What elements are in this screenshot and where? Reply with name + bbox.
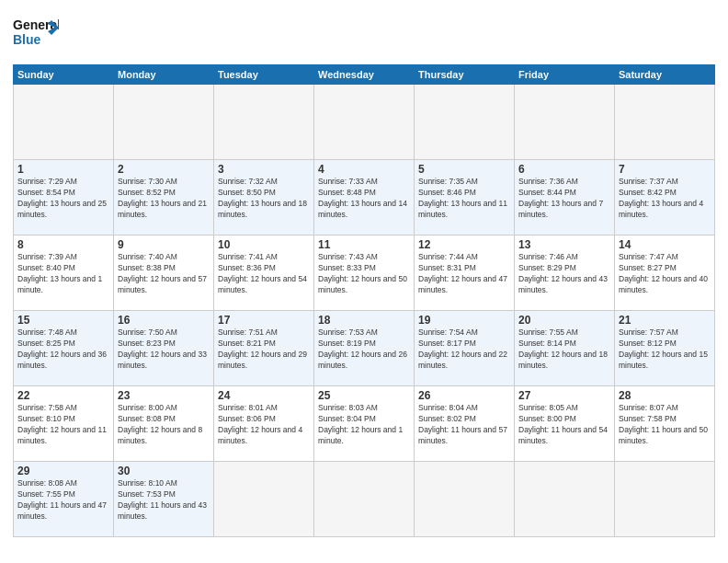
calendar-cell bbox=[214, 85, 314, 160]
day-number: 15 bbox=[17, 314, 109, 327]
day-number: 24 bbox=[218, 389, 310, 402]
day-number: 13 bbox=[518, 238, 610, 251]
calendar-cell: 23Sunrise: 8:00 AM Sunset: 8:08 PM Dayli… bbox=[114, 386, 214, 462]
col-header-monday: Monday bbox=[114, 65, 214, 85]
calendar-cell: 20Sunrise: 7:55 AM Sunset: 8:14 PM Dayli… bbox=[515, 311, 615, 386]
day-info: Sunrise: 7:47 AM Sunset: 8:27 PM Dayligh… bbox=[619, 252, 711, 296]
day-info: Sunrise: 7:48 AM Sunset: 8:25 PM Dayligh… bbox=[17, 327, 109, 372]
calendar-cell: 26Sunrise: 8:04 AM Sunset: 8:02 PM Dayli… bbox=[415, 386, 515, 462]
calendar-cell: 29Sunrise: 8:08 AM Sunset: 7:55 PM Dayli… bbox=[14, 462, 114, 537]
day-info: Sunrise: 8:08 AM Sunset: 7:55 PM Dayligh… bbox=[17, 478, 109, 523]
day-info: Sunrise: 7:40 AM Sunset: 8:38 PM Dayligh… bbox=[118, 252, 210, 296]
calendar-cell: 18Sunrise: 7:53 AM Sunset: 8:19 PM Dayli… bbox=[314, 311, 415, 386]
day-info: Sunrise: 7:53 AM Sunset: 8:19 PM Dayligh… bbox=[318, 327, 410, 372]
calendar-cell: 21Sunrise: 7:57 AM Sunset: 8:12 PM Dayli… bbox=[615, 311, 715, 386]
day-number: 12 bbox=[418, 238, 510, 251]
calendar-cell: 7Sunrise: 7:37 AM Sunset: 8:42 PM Daylig… bbox=[615, 160, 715, 236]
logo: General Blue bbox=[13, 13, 59, 57]
col-header-thursday: Thursday bbox=[415, 65, 515, 85]
col-header-saturday: Saturday bbox=[615, 65, 715, 85]
day-info: Sunrise: 7:54 AM Sunset: 8:17 PM Dayligh… bbox=[418, 327, 510, 372]
day-number: 5 bbox=[418, 163, 510, 176]
calendar-cell: 14Sunrise: 7:47 AM Sunset: 8:27 PM Dayli… bbox=[615, 236, 715, 311]
calendar-cell bbox=[415, 462, 515, 537]
col-header-sunday: Sunday bbox=[14, 65, 114, 85]
calendar-cell: 11Sunrise: 7:43 AM Sunset: 8:33 PM Dayli… bbox=[314, 236, 415, 311]
calendar-cell: 9Sunrise: 7:40 AM Sunset: 8:38 PM Daylig… bbox=[114, 236, 214, 311]
col-header-tuesday: Tuesday bbox=[214, 65, 314, 85]
calendar-cell: 22Sunrise: 7:58 AM Sunset: 8:10 PM Dayli… bbox=[14, 386, 114, 462]
day-info: Sunrise: 8:10 AM Sunset: 7:53 PM Dayligh… bbox=[118, 478, 210, 523]
calendar-cell: 17Sunrise: 7:51 AM Sunset: 8:21 PM Dayli… bbox=[214, 311, 314, 386]
day-number: 27 bbox=[518, 389, 610, 402]
col-header-wednesday: Wednesday bbox=[314, 65, 415, 85]
calendar-cell: 4Sunrise: 7:33 AM Sunset: 8:48 PM Daylig… bbox=[314, 160, 415, 236]
day-info: Sunrise: 7:51 AM Sunset: 8:21 PM Dayligh… bbox=[218, 327, 310, 372]
day-number: 23 bbox=[118, 389, 210, 402]
day-number: 11 bbox=[318, 238, 410, 251]
day-number: 14 bbox=[619, 238, 711, 251]
calendar-cell bbox=[14, 85, 114, 160]
day-number: 7 bbox=[619, 163, 711, 176]
day-number: 9 bbox=[118, 238, 210, 251]
day-number: 18 bbox=[318, 314, 410, 327]
calendar-cell: 10Sunrise: 7:41 AM Sunset: 8:36 PM Dayli… bbox=[214, 236, 314, 311]
day-number: 2 bbox=[118, 163, 210, 176]
day-info: Sunrise: 8:03 AM Sunset: 8:04 PM Dayligh… bbox=[318, 403, 410, 447]
calendar-cell: 25Sunrise: 8:03 AM Sunset: 8:04 PM Dayli… bbox=[314, 386, 415, 462]
day-info: Sunrise: 7:50 AM Sunset: 8:23 PM Dayligh… bbox=[118, 327, 210, 372]
day-info: Sunrise: 7:33 AM Sunset: 8:48 PM Dayligh… bbox=[318, 177, 410, 221]
calendar-cell bbox=[515, 462, 615, 537]
calendar-cell bbox=[114, 85, 214, 160]
day-number: 22 bbox=[17, 389, 109, 402]
day-number: 19 bbox=[418, 314, 510, 327]
calendar-cell: 1Sunrise: 7:29 AM Sunset: 8:54 PM Daylig… bbox=[14, 160, 114, 236]
day-info: Sunrise: 7:29 AM Sunset: 8:54 PM Dayligh… bbox=[17, 177, 109, 221]
calendar-cell: 19Sunrise: 7:54 AM Sunset: 8:17 PM Dayli… bbox=[415, 311, 515, 386]
day-info: Sunrise: 7:32 AM Sunset: 8:50 PM Dayligh… bbox=[218, 177, 310, 221]
calendar-cell bbox=[314, 85, 415, 160]
day-info: Sunrise: 7:41 AM Sunset: 8:36 PM Dayligh… bbox=[218, 252, 310, 296]
day-number: 29 bbox=[17, 465, 109, 477]
calendar-cell: 8Sunrise: 7:39 AM Sunset: 8:40 PM Daylig… bbox=[14, 236, 114, 311]
day-number: 25 bbox=[318, 389, 410, 402]
day-number: 16 bbox=[118, 314, 210, 327]
calendar-table: SundayMondayTuesdayWednesdayThursdayFrid… bbox=[13, 64, 715, 537]
day-number: 4 bbox=[318, 163, 410, 176]
day-number: 28 bbox=[619, 389, 711, 402]
calendar-cell bbox=[515, 85, 615, 160]
day-info: Sunrise: 7:37 AM Sunset: 8:42 PM Dayligh… bbox=[619, 177, 711, 221]
calendar-cell: 3Sunrise: 7:32 AM Sunset: 8:50 PM Daylig… bbox=[214, 160, 314, 236]
day-info: Sunrise: 7:58 AM Sunset: 8:10 PM Dayligh… bbox=[17, 403, 109, 447]
calendar-cell: 2Sunrise: 7:30 AM Sunset: 8:52 PM Daylig… bbox=[114, 160, 214, 236]
day-number: 20 bbox=[518, 314, 610, 327]
calendar-cell: 28Sunrise: 8:07 AM Sunset: 7:58 PM Dayli… bbox=[615, 386, 715, 462]
calendar-cell bbox=[615, 462, 715, 537]
col-header-friday: Friday bbox=[515, 65, 615, 85]
calendar-cell bbox=[615, 85, 715, 160]
day-number: 1 bbox=[17, 163, 109, 176]
day-number: 17 bbox=[218, 314, 310, 327]
day-info: Sunrise: 8:00 AM Sunset: 8:08 PM Dayligh… bbox=[118, 403, 210, 447]
day-info: Sunrise: 7:44 AM Sunset: 8:31 PM Dayligh… bbox=[418, 252, 510, 296]
day-number: 26 bbox=[418, 389, 510, 402]
calendar-cell: 27Sunrise: 8:05 AM Sunset: 8:00 PM Dayli… bbox=[515, 386, 615, 462]
calendar-cell: 13Sunrise: 7:46 AM Sunset: 8:29 PM Dayli… bbox=[515, 236, 615, 311]
calendar-cell: 12Sunrise: 7:44 AM Sunset: 8:31 PM Dayli… bbox=[415, 236, 515, 311]
day-number: 8 bbox=[17, 238, 109, 251]
day-info: Sunrise: 7:55 AM Sunset: 8:14 PM Dayligh… bbox=[518, 327, 610, 372]
day-info: Sunrise: 8:05 AM Sunset: 8:00 PM Dayligh… bbox=[518, 403, 610, 447]
day-number: 30 bbox=[118, 465, 210, 477]
calendar-cell bbox=[214, 462, 314, 537]
calendar-cell: 15Sunrise: 7:48 AM Sunset: 8:25 PM Dayli… bbox=[14, 311, 114, 386]
calendar-cell: 16Sunrise: 7:50 AM Sunset: 8:23 PM Dayli… bbox=[114, 311, 214, 386]
day-info: Sunrise: 7:35 AM Sunset: 8:46 PM Dayligh… bbox=[418, 177, 510, 221]
day-info: Sunrise: 7:57 AM Sunset: 8:12 PM Dayligh… bbox=[619, 327, 711, 372]
day-number: 6 bbox=[518, 163, 610, 176]
day-info: Sunrise: 8:07 AM Sunset: 7:58 PM Dayligh… bbox=[619, 403, 711, 447]
calendar-cell: 6Sunrise: 7:36 AM Sunset: 8:44 PM Daylig… bbox=[515, 160, 615, 236]
day-info: Sunrise: 8:01 AM Sunset: 8:06 PM Dayligh… bbox=[218, 403, 310, 447]
calendar-cell: 30Sunrise: 8:10 AM Sunset: 7:53 PM Dayli… bbox=[114, 462, 214, 537]
calendar-cell bbox=[314, 462, 415, 537]
page-header: General Blue bbox=[13, 9, 715, 57]
